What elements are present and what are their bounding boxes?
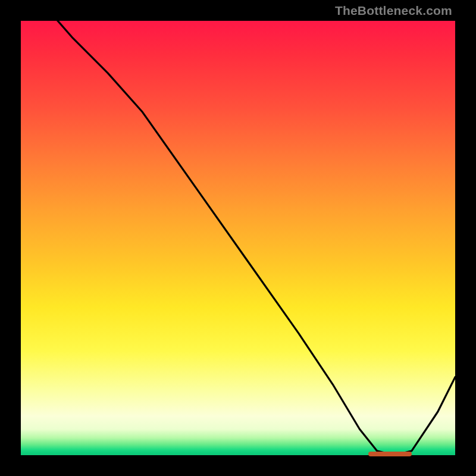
optimal-range-marker — [368, 452, 412, 456]
plot-area — [21, 21, 455, 455]
bottleneck-curve — [21, 21, 455, 455]
watermark-text: TheBottleneck.com — [335, 4, 452, 18]
chart-frame: TheBottleneck.com — [0, 0, 476, 476]
